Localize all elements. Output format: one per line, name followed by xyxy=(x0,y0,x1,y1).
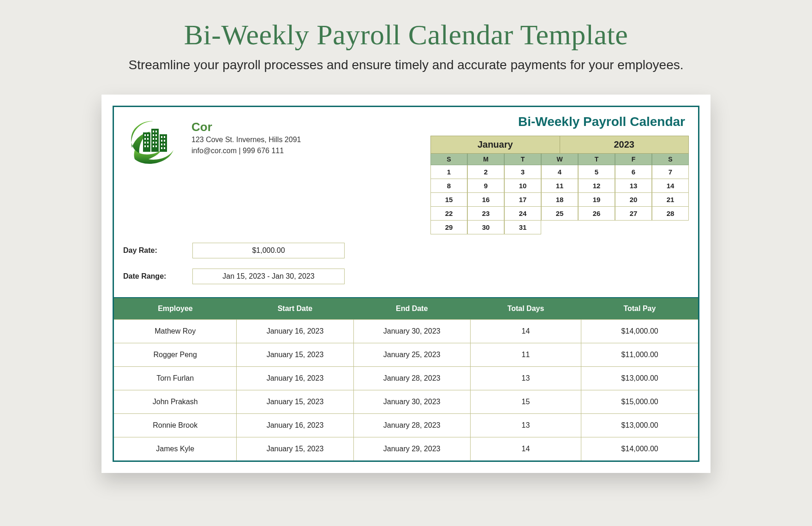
calendar-day-cell[interactable]: 3 xyxy=(504,165,541,179)
calendar-day-cell[interactable]: 13 xyxy=(615,179,652,193)
table-row: John PrakashJanuary 15, 2023January 30, … xyxy=(114,390,698,414)
calendar-day-cell[interactable]: 31 xyxy=(504,221,541,234)
calendar-day-cell[interactable]: 5 xyxy=(578,165,615,179)
calendar-day-cell[interactable]: 18 xyxy=(541,193,578,207)
payroll-table: Employee Start Date End Date Total Days … xyxy=(114,297,698,460)
th-total-days: Total Days xyxy=(470,298,581,320)
calendar-day-cell[interactable]: 25 xyxy=(541,207,578,221)
calendar-day-cell[interactable]: 22 xyxy=(430,207,467,221)
cell-start: January 16, 2023 xyxy=(237,367,353,390)
th-employee: Employee xyxy=(114,298,237,320)
calendar-dow-cell: T xyxy=(504,154,541,165)
svg-rect-17 xyxy=(153,142,154,143)
cell-employee: Mathew Roy xyxy=(114,320,237,343)
svg-rect-14 xyxy=(155,134,157,136)
calendar-day-cell[interactable]: 28 xyxy=(652,207,689,221)
svg-rect-27 xyxy=(161,147,162,149)
calendar-day-cell[interactable]: 19 xyxy=(578,193,615,207)
cell-employee: John Prakash xyxy=(114,390,237,414)
calendar-dow-cell: T xyxy=(578,154,615,165)
table-row: Ronnie BrookJanuary 16, 2023January 28, … xyxy=(114,414,698,437)
calendar-day-cell[interactable]: 27 xyxy=(615,207,652,221)
cell-end: January 30, 2023 xyxy=(353,390,470,414)
calendar-day-cell[interactable]: 6 xyxy=(615,165,652,179)
page-title: Bi-Weekly Payroll Calendar Template xyxy=(0,18,812,51)
calendar-weekdays: SMTWTFS xyxy=(430,154,689,165)
svg-rect-18 xyxy=(155,142,157,143)
company-contact: info@cor.com | 999 676 111 xyxy=(191,145,301,156)
calendar-day-cell[interactable]: 30 xyxy=(467,221,504,234)
calendar-day-cell[interactable]: 26 xyxy=(578,207,615,221)
calendar-day-cell[interactable]: 10 xyxy=(504,179,541,193)
svg-rect-16 xyxy=(155,138,157,140)
th-total-pay: Total Pay xyxy=(581,298,698,320)
calendar-day-cell[interactable]: 2 xyxy=(467,165,504,179)
cell-pay: $13,000.00 xyxy=(581,414,698,437)
cell-days: 11 xyxy=(470,343,581,367)
page-subtitle: Streamline your payroll processes and en… xyxy=(0,58,812,72)
calendar-day-cell[interactable]: 14 xyxy=(652,179,689,193)
cell-start: January 15, 2023 xyxy=(237,343,353,367)
calendar-dow-cell: S xyxy=(652,154,689,165)
svg-rect-21 xyxy=(161,136,162,138)
calendar-header: January 2023 xyxy=(430,136,689,154)
svg-rect-23 xyxy=(161,140,162,142)
calendar-dow-cell: M xyxy=(467,154,504,165)
cell-pay: $14,000.00 xyxy=(581,320,698,343)
date-range-label: Date Range: xyxy=(123,272,192,281)
day-rate-label: Day Rate: xyxy=(123,246,192,255)
calendar-day-cell[interactable]: 20 xyxy=(615,193,652,207)
svg-rect-12 xyxy=(155,131,157,132)
calendar-day-cell[interactable]: 23 xyxy=(467,207,504,221)
svg-rect-19 xyxy=(153,145,154,147)
calendar-day-cell[interactable]: 7 xyxy=(652,165,689,179)
table-row: Rogger PengJanuary 15, 2023January 25, 2… xyxy=(114,343,698,367)
cell-days: 13 xyxy=(470,367,581,390)
cell-employee: Torn Furlan xyxy=(114,367,237,390)
calendar-day-cell[interactable]: 1 xyxy=(430,165,467,179)
cell-end: January 25, 2023 xyxy=(353,343,470,367)
calendar-day-cell[interactable]: 17 xyxy=(504,193,541,207)
calendar-day-cell[interactable]: 24 xyxy=(504,207,541,221)
calendar-day-cell[interactable]: 12 xyxy=(578,179,615,193)
table-row: Mathew RoyJanuary 16, 2023January 30, 20… xyxy=(114,320,698,343)
svg-rect-13 xyxy=(153,134,154,136)
cell-days: 13 xyxy=(470,414,581,437)
th-start-date: Start Date xyxy=(237,298,353,320)
date-range-input[interactable]: Jan 15, 2023 - Jan 30, 2023 xyxy=(192,269,345,284)
calendar-day-cell[interactable]: 21 xyxy=(652,193,689,207)
cell-end: January 29, 2023 xyxy=(353,437,470,461)
day-rate-input[interactable]: $1,000.00 xyxy=(192,243,345,258)
cell-days: 14 xyxy=(470,437,581,461)
cell-end: January 30, 2023 xyxy=(353,320,470,343)
svg-rect-20 xyxy=(155,145,157,147)
calendar-day-cell[interactable]: 29 xyxy=(430,221,467,234)
svg-rect-22 xyxy=(164,136,165,138)
svg-rect-10 xyxy=(147,145,149,147)
svg-rect-24 xyxy=(164,140,165,142)
cell-end: January 28, 2023 xyxy=(353,367,470,390)
svg-rect-8 xyxy=(147,142,149,143)
svg-rect-28 xyxy=(164,147,165,149)
calendar-day-cell[interactable]: 4 xyxy=(541,165,578,179)
calendar-day-cell[interactable]: 15 xyxy=(430,193,467,207)
cell-start: January 16, 2023 xyxy=(237,414,353,437)
svg-rect-4 xyxy=(147,134,149,136)
calendar-day-cell xyxy=(541,221,578,234)
svg-rect-15 xyxy=(153,138,154,140)
template-card: Cor 123 Cove St. Invernes, Hills 2091 in… xyxy=(102,95,710,473)
cell-start: January 16, 2023 xyxy=(237,320,353,343)
calendar-day-cell[interactable]: 11 xyxy=(541,179,578,193)
calendar-dow-cell: W xyxy=(541,154,578,165)
cell-end: January 28, 2023 xyxy=(353,414,470,437)
company-logo-icon xyxy=(123,114,183,174)
cell-pay: $14,000.00 xyxy=(581,437,698,461)
cell-start: January 15, 2023 xyxy=(237,390,353,414)
svg-rect-9 xyxy=(144,145,146,147)
calendar-day-cell xyxy=(578,221,615,234)
svg-rect-25 xyxy=(161,143,162,145)
calendar-day-cell[interactable]: 8 xyxy=(430,179,467,193)
calendar-day-cell[interactable]: 16 xyxy=(467,193,504,207)
calendar-day-cell[interactable]: 9 xyxy=(467,179,504,193)
cell-start: January 15, 2023 xyxy=(237,437,353,461)
